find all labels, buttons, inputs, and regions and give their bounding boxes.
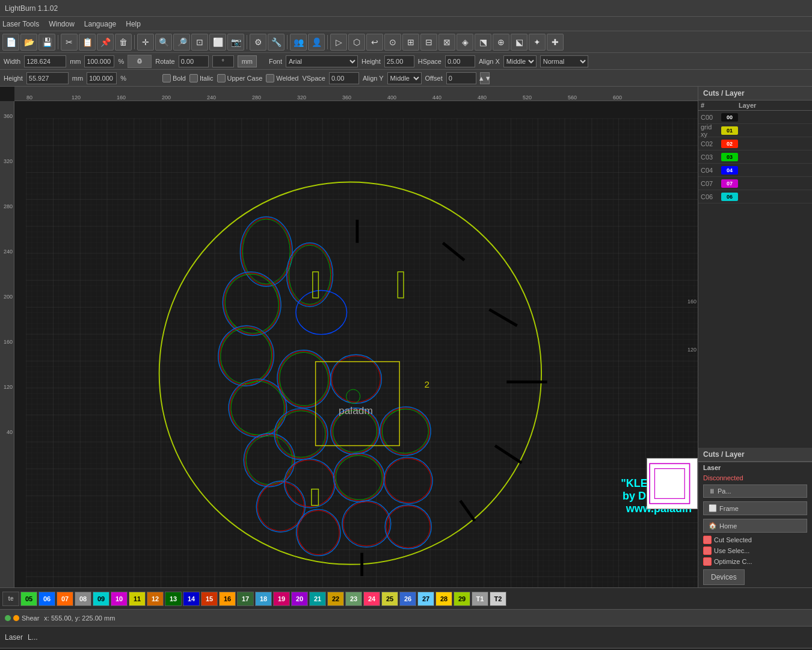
tab-18[interactable]: 18 [255, 592, 272, 606]
select-rect-button[interactable]: ⬜ [209, 34, 226, 51]
shape11-button[interactable]: ⬕ [511, 34, 527, 51]
hspace-input[interactable] [445, 55, 475, 67]
tab-12[interactable]: 12 [147, 592, 164, 606]
devices-button[interactable]: Devices [703, 569, 745, 585]
align-y-select[interactable]: Middle Top Bottom [387, 72, 422, 84]
tab-09[interactable]: 09 [93, 592, 109, 606]
shape10-button[interactable]: ⊕ [493, 34, 509, 51]
shape2-button[interactable]: ⬡ [348, 34, 365, 51]
tab-27[interactable]: 27 [417, 592, 434, 606]
optimize-checkbox[interactable] [703, 557, 712, 566]
align-x-select[interactable]: Middle Left Right [503, 55, 537, 67]
menu-help[interactable]: Help [126, 20, 141, 28]
vspace-input[interactable] [329, 72, 359, 84]
lock-aspect-button[interactable] [128, 55, 152, 68]
offset-input[interactable] [446, 72, 476, 84]
menu-language[interactable]: Language [84, 20, 116, 28]
copy-button[interactable]: 📋 [79, 34, 96, 51]
new-button[interactable]: 📄 [2, 34, 19, 51]
tab-25[interactable]: 25 [381, 592, 398, 606]
tab-t2[interactable]: T2 [490, 592, 506, 606]
height-pct-input[interactable] [87, 72, 117, 84]
shape8-button[interactable]: ◈ [457, 34, 473, 51]
tab-28[interactable]: 28 [435, 592, 452, 606]
cut-button[interactable]: ✂ [61, 34, 78, 51]
paste-button[interactable]: 📌 [97, 34, 114, 51]
zoom-out-button[interactable]: 🔎 [173, 34, 190, 51]
tab-t1[interactable]: T1 [472, 592, 488, 606]
tab-29[interactable]: 29 [454, 592, 470, 606]
font-select[interactable]: Arial [286, 55, 358, 67]
offset-stepper[interactable]: ▲▼ [480, 72, 490, 84]
shape6-button[interactable]: ⊟ [420, 34, 437, 51]
zoom-in-button[interactable]: 🔍 [155, 34, 172, 51]
home-button[interactable]: 🏠 Home [703, 519, 807, 533]
tab-19[interactable]: 19 [273, 592, 290, 606]
mm-button[interactable]: mm [238, 55, 257, 67]
tools-button[interactable]: 🔧 [268, 34, 285, 51]
tab-10[interactable]: 10 [111, 592, 128, 606]
zoom-fit-button[interactable]: ⊡ [191, 34, 208, 51]
tab-20[interactable]: 20 [291, 592, 308, 606]
tab-23[interactable]: 23 [345, 592, 362, 606]
italic-checkbox[interactable] [189, 74, 198, 82]
tab-24[interactable]: 24 [363, 592, 380, 606]
tab-11[interactable]: 11 [129, 592, 146, 606]
normal-select[interactable]: Normal [540, 55, 588, 67]
tab-06[interactable]: 06 [38, 592, 55, 606]
settings-button[interactable]: ⚙ [250, 34, 266, 51]
shape7-button[interactable]: ⊠ [438, 34, 455, 51]
tab-26[interactable]: 26 [399, 592, 416, 606]
width-input[interactable] [24, 55, 66, 67]
layer-row-c03[interactable]: C03 03 [698, 150, 812, 164]
height-input[interactable] [26, 72, 69, 84]
layer-row-c06[interactable]: C06 06 [698, 190, 812, 203]
layer-row-c04[interactable]: C04 04 [698, 164, 812, 177]
shape9-button[interactable]: ⬔ [475, 34, 491, 51]
camera-button[interactable]: 📷 [227, 34, 244, 51]
font-height-input[interactable] [384, 55, 414, 67]
rotate-unit[interactable]: ° [212, 55, 234, 67]
menu-laser-tools[interactable]: Laser Tools [2, 20, 39, 28]
delete-button[interactable]: 🗑 [115, 34, 132, 51]
shape3-button[interactable]: ↩ [366, 34, 383, 51]
save-button[interactable]: 💾 [38, 34, 55, 51]
tab-te[interactable]: te [2, 592, 19, 606]
tab-17[interactable]: 17 [237, 592, 254, 606]
tab-21[interactable]: 21 [309, 592, 326, 606]
use-selection-checkbox[interactable] [703, 546, 712, 555]
tab-16[interactable]: 16 [219, 592, 236, 606]
italic-label: Italic [200, 75, 214, 82]
tab-13[interactable]: 13 [165, 592, 182, 606]
tab-22[interactable]: 22 [327, 592, 344, 606]
tab-07[interactable]: 07 [57, 592, 73, 606]
menu-window[interactable]: Window [49, 20, 75, 28]
width-pct-input[interactable] [84, 55, 114, 67]
shape13-button[interactable]: ✚ [547, 34, 564, 51]
tab-08[interactable]: 08 [75, 592, 91, 606]
uppercase-checkbox[interactable] [217, 74, 226, 82]
persons-button[interactable]: 👥 [290, 34, 307, 51]
shape5-button[interactable]: ⊞ [402, 34, 419, 51]
cut-selected-checkbox[interactable] [703, 536, 712, 544]
layer-row-c00[interactable]: C00 00 [698, 111, 812, 124]
bold-checkbox[interactable] [162, 74, 171, 82]
tab-15[interactable]: 15 [201, 592, 218, 606]
pause-button[interactable]: ⏸ Pa... [703, 484, 807, 498]
move-tool[interactable]: ✛ [137, 34, 154, 51]
layer-row-c02[interactable]: C02 02 [698, 137, 812, 150]
open-button[interactable]: 📂 [20, 34, 37, 51]
frame-button[interactable]: ⬜ Frame [703, 501, 807, 515]
shape1-button[interactable]: ▷ [330, 34, 347, 51]
design-canvas[interactable]: paladm 2 [14, 101, 698, 587]
canvas-area[interactable]: 80 120 160 200 240 280 320 360 400 440 4… [0, 87, 698, 587]
person-button[interactable]: 👤 [308, 34, 325, 51]
layer-row-grid[interactable]: grid xy 01 [698, 124, 812, 137]
welded-checkbox[interactable] [266, 74, 274, 82]
shape4-button[interactable]: ⊙ [384, 34, 401, 51]
shape12-button[interactable]: ✦ [529, 34, 546, 51]
rotate-input[interactable] [179, 55, 209, 67]
tab-14[interactable]: 14 [183, 592, 200, 606]
layer-row-c07[interactable]: C07 07 [698, 177, 812, 190]
tab-05[interactable]: 05 [20, 592, 37, 606]
